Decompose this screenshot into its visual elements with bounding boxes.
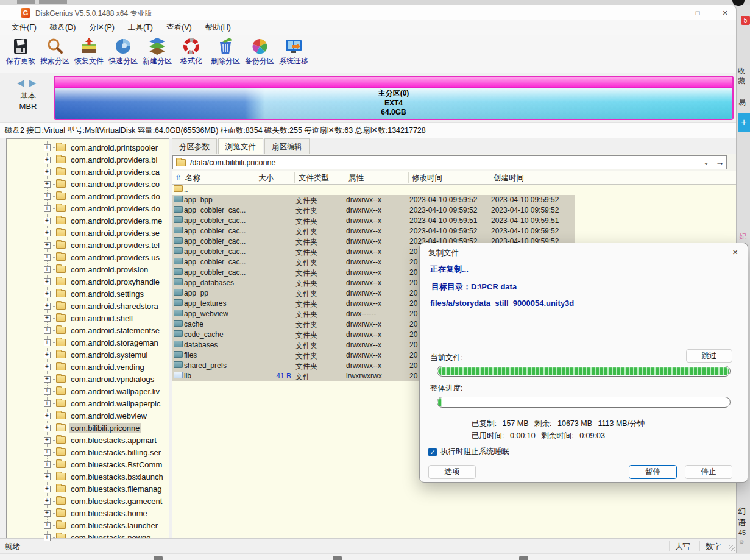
col-ctime[interactable]: 创建时间 (494, 173, 524, 183)
disk-nav-arrows[interactable]: ◀ ▶ (17, 77, 37, 88)
tree-item[interactable]: com.android.wallpaperpic (7, 397, 169, 409)
expand-plus-icon[interactable] (44, 376, 51, 383)
resize-grip[interactable] (729, 545, 735, 551)
backup-partition-button[interactable]: 备份分区 (242, 37, 277, 71)
new-partition-button[interactable]: 新建分区 (140, 37, 174, 71)
expand-plus-icon[interactable] (44, 437, 51, 444)
tree-item[interactable]: com.android.shell (7, 312, 169, 324)
system-migrate-button[interactable]: 系统迁移 (277, 37, 311, 71)
menu-view[interactable]: 查看(V) (161, 21, 197, 35)
tree-item[interactable]: com.android.providers.co (7, 178, 169, 190)
file-row[interactable]: app_cobbler_cac... 文件夹 drwxrwx--x 2023-0… (172, 205, 736, 216)
pause-button[interactable]: 暂停 (629, 465, 677, 479)
tree-item[interactable]: com.bluestacks.appmart (7, 434, 169, 446)
expand-plus-icon[interactable] (44, 193, 51, 200)
menu-tools[interactable]: 工具(T) (122, 21, 158, 35)
expand-plus-icon[interactable] (44, 486, 51, 492)
expand-plus-icon[interactable] (44, 339, 51, 346)
expand-plus-icon[interactable] (44, 230, 51, 236)
menu-partition[interactable]: 分区(P) (83, 21, 120, 35)
close-button[interactable]: × (715, 7, 735, 19)
expand-plus-icon[interactable] (44, 157, 51, 163)
delete-partition-button[interactable]: 删除分区 (208, 37, 242, 71)
expand-plus-icon[interactable] (44, 510, 51, 517)
tree-item[interactable]: com.bluestacks.home (7, 507, 169, 519)
partition-block[interactable]: 主分区(0) EXT4 64.0GB (55, 88, 732, 119)
tree-item[interactable]: com.android.statementse (7, 324, 169, 336)
col-mtime[interactable]: 修改时间 (412, 173, 442, 183)
recover-files-button[interactable]: 恢复文件 (72, 37, 106, 71)
menu-disk[interactable]: 磁盘(D) (44, 21, 81, 35)
expand-plus-icon[interactable] (44, 218, 51, 224)
expand-plus-icon[interactable] (44, 388, 51, 395)
expand-plus-icon[interactable] (44, 425, 51, 431)
expand-plus-icon[interactable] (44, 169, 51, 175)
tree-item[interactable]: com.bluestacks.BstComm (7, 458, 169, 470)
tab-browse-files[interactable]: 浏览文件 (218, 138, 263, 154)
disk-bar[interactable]: 主分区(0) EXT4 64.0GB (54, 76, 734, 120)
menu-file[interactable]: 文件(F) (6, 21, 42, 35)
file-row[interactable]: app_cobbler_cac... 文件夹 drwxrwx--x 2023-0… (172, 216, 736, 226)
tree-item[interactable]: com.android.systemui (7, 349, 169, 361)
expand-plus-icon[interactable] (44, 291, 51, 297)
expand-plus-icon[interactable] (44, 413, 51, 419)
expand-plus-icon[interactable] (44, 400, 51, 407)
quick-partition-button[interactable]: 快速分区 (106, 37, 140, 71)
col-size[interactable]: 大小 (258, 173, 274, 183)
tree-item[interactable]: com.bilibili.priconne (7, 422, 169, 434)
tree-item[interactable]: com.android.storageman (7, 336, 169, 349)
chevron-down-icon[interactable]: ⌄ (703, 158, 709, 166)
expand-plus-icon[interactable] (44, 364, 51, 370)
file-row[interactable]: .. (172, 185, 736, 195)
tree-item[interactable]: com.android.providers.do (7, 202, 169, 214)
tree-item[interactable]: com.bluestacks.billing.ser (7, 446, 169, 458)
menu-help[interactable]: 帮助(H) (200, 21, 236, 35)
path-combobox[interactable]: /data/com.bilibili.priconne ⌄ (172, 155, 713, 169)
file-row[interactable]: app_cobbler_cac... 文件夹 drwxrwx--x 2023-0… (172, 226, 736, 236)
expand-plus-icon[interactable] (44, 461, 51, 468)
tree-item[interactable]: com.android.webview (7, 409, 169, 422)
stop-button[interactable]: 停止 (685, 465, 732, 479)
tree-item[interactable]: com.bluestacks.gamecent (7, 495, 169, 507)
expand-plus-icon[interactable] (44, 352, 51, 358)
tree-item[interactable]: com.android.providers.do (7, 190, 169, 202)
tree-item[interactable]: com.bluestacks.bsxlaunch (7, 470, 169, 483)
col-name[interactable]: 名称 (185, 173, 200, 183)
prevent-sleep-checkbox-row[interactable]: ✓ 执行时阻止系统睡眠 (428, 447, 509, 457)
tree-item[interactable]: com.android.provision (7, 263, 169, 275)
format-button[interactable]: 格式化 (174, 37, 208, 71)
expand-plus-icon[interactable] (44, 534, 51, 541)
checkbox-checked-icon[interactable]: ✓ (428, 448, 437, 456)
expand-plus-icon[interactable] (44, 449, 51, 456)
tree-item[interactable]: com.android.providers.us (7, 251, 169, 263)
expand-plus-icon[interactable] (44, 522, 51, 529)
col-attr[interactable]: 属性 (348, 173, 364, 183)
skip-button[interactable]: 跳过 (686, 349, 732, 363)
path-go-button[interactable]: → (713, 155, 727, 169)
expand-plus-icon[interactable] (44, 181, 51, 188)
tree-item[interactable]: com.android.providers.ca (7, 166, 169, 178)
tree-item[interactable]: com.android.providers.se (7, 227, 169, 239)
tree-item[interactable]: com.android.providers.me (7, 214, 169, 227)
search-partition-button[interactable]: 搜索分区 (38, 37, 72, 71)
tree-item[interactable]: com.android.sharedstora (7, 300, 169, 312)
expand-plus-icon[interactable] (44, 254, 51, 261)
tree-item[interactable]: com.android.settings (7, 288, 169, 300)
minimize-button[interactable]: – (660, 7, 681, 19)
tree-item[interactable]: com.android.providers.bl (7, 154, 169, 166)
expand-plus-icon[interactable] (44, 242, 51, 249)
tree-item[interactable]: com.android.providers.tel (7, 239, 169, 251)
options-button[interactable]: 选项 (428, 465, 476, 479)
tree-item[interactable]: com.android.printspooler (7, 141, 169, 154)
tree-item[interactable]: com.android.vending (7, 361, 169, 373)
file-row[interactable]: app_bpp 文件夹 drwxrwx--x 2023-04-10 09:59:… (172, 195, 736, 205)
expand-plus-icon[interactable] (44, 266, 51, 273)
expand-plus-icon[interactable] (44, 327, 51, 334)
expand-plus-icon[interactable] (44, 278, 51, 285)
tab-sector-edit[interactable]: 扇区编辑 (264, 138, 310, 154)
expand-plus-icon[interactable] (44, 315, 51, 322)
sort-up-icon[interactable]: ⇧ (175, 173, 182, 182)
expand-plus-icon[interactable] (44, 473, 51, 480)
expand-plus-icon[interactable] (44, 303, 51, 310)
tree-item[interactable]: com.android.vpndialogs (7, 373, 169, 385)
